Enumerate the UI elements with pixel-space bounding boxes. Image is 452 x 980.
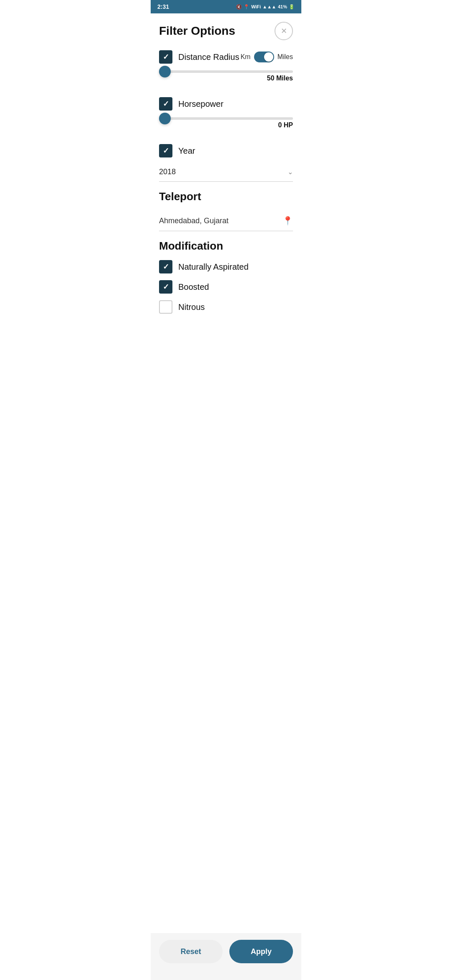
- na-checkmark-icon: ✓: [163, 262, 169, 271]
- nitrous-checkbox[interactable]: [159, 300, 172, 314]
- checkmark-icon: ✓: [163, 52, 169, 62]
- unit-toggle-row: Km Miles: [241, 52, 293, 62]
- status-time: 2:31: [157, 3, 169, 10]
- location-status-icon: 📍: [244, 4, 249, 10]
- boosted-label: Boosted: [178, 282, 209, 292]
- horsepower-checkbox[interactable]: ✓: [159, 97, 172, 111]
- distance-slider-track: [159, 70, 293, 73]
- header-row: Filter Options ✕: [159, 22, 293, 40]
- distance-radius-row: ✓ Distance Radius Km Miles: [159, 50, 293, 64]
- modification-section: Modification ✓ Naturally Aspirated ✓ Boo…: [159, 240, 293, 314]
- year-selected-value: 2018: [159, 168, 176, 176]
- unit-toggle[interactable]: [254, 52, 274, 62]
- distance-radius-checkbox[interactable]: ✓: [159, 50, 172, 64]
- boosted-checkmark-icon: ✓: [163, 282, 169, 291]
- battery-level: 41%: [278, 4, 287, 9]
- year-dropdown[interactable]: 2018 ⌄: [159, 162, 293, 182]
- teleport-input-row: Ahmedabad, Gujarat 📍: [159, 211, 293, 231]
- distance-slider-container: 50 Miles: [159, 69, 293, 89]
- hp-checkmark-icon: ✓: [163, 99, 169, 108]
- teleport-section: Teleport Ahmedabad, Gujarat 📍: [159, 190, 293, 231]
- page-title: Filter Options: [159, 24, 235, 38]
- teleport-title: Teleport: [159, 190, 293, 203]
- year-checkbox[interactable]: ✓: [159, 144, 172, 157]
- nitrous-label: Nitrous: [178, 302, 205, 312]
- year-row: ✓ Year: [159, 144, 293, 157]
- year-checkmark-icon: ✓: [163, 146, 169, 155]
- hp-slider-track: [159, 117, 293, 120]
- toggle-knob: [264, 52, 273, 62]
- mute-icon: 🔇: [236, 4, 242, 10]
- main-content: Filter Options ✕ ✓ Distance Radius Km Mi…: [151, 13, 301, 372]
- naturally-aspirated-checkbox[interactable]: ✓: [159, 260, 172, 273]
- year-section: ✓ Year 2018 ⌄: [159, 144, 293, 182]
- modification-title: Modification: [159, 240, 293, 253]
- battery-icon: 🔋: [289, 4, 295, 10]
- distance-value: 50 Miles: [159, 75, 293, 82]
- wifi-icon: WiFi: [251, 4, 261, 9]
- hp-slider-thumb[interactable]: [159, 113, 171, 124]
- status-icons: 🔇 📍 WiFi ▲▲▲ 41% 🔋: [236, 4, 295, 10]
- miles-label: Miles: [277, 53, 293, 61]
- distance-radius-section: ✓ Distance Radius Km Miles 50 Miles: [159, 50, 293, 89]
- close-button[interactable]: ✕: [275, 22, 293, 40]
- signal-icon: ▲▲▲: [262, 4, 276, 9]
- naturally-aspirated-label: Naturally Aspirated: [178, 262, 249, 272]
- distance-slider-thumb[interactable]: [159, 66, 171, 77]
- horsepower-label: Horsepower: [178, 99, 223, 109]
- distance-radius-label: Distance Radius: [178, 52, 239, 62]
- horsepower-row: ✓ Horsepower: [159, 97, 293, 111]
- naturally-aspirated-item: ✓ Naturally Aspirated: [159, 260, 293, 273]
- horsepower-section: ✓ Horsepower 0 HP: [159, 97, 293, 136]
- close-icon: ✕: [281, 26, 287, 36]
- hp-value: 0 HP: [159, 121, 293, 129]
- hp-slider-container: 0 HP: [159, 116, 293, 136]
- boosted-checkbox[interactable]: ✓: [159, 280, 172, 294]
- status-bar: 2:31 🔇 📍 WiFi ▲▲▲ 41% 🔋: [151, 0, 301, 13]
- chevron-down-icon: ⌄: [288, 168, 293, 176]
- year-label: Year: [178, 146, 195, 156]
- km-label: Km: [241, 53, 251, 61]
- boosted-item: ✓ Boosted: [159, 280, 293, 294]
- location-pin-icon: 📍: [282, 216, 293, 226]
- teleport-value: Ahmedabad, Gujarat: [159, 217, 229, 225]
- nitrous-item: Nitrous: [159, 300, 293, 314]
